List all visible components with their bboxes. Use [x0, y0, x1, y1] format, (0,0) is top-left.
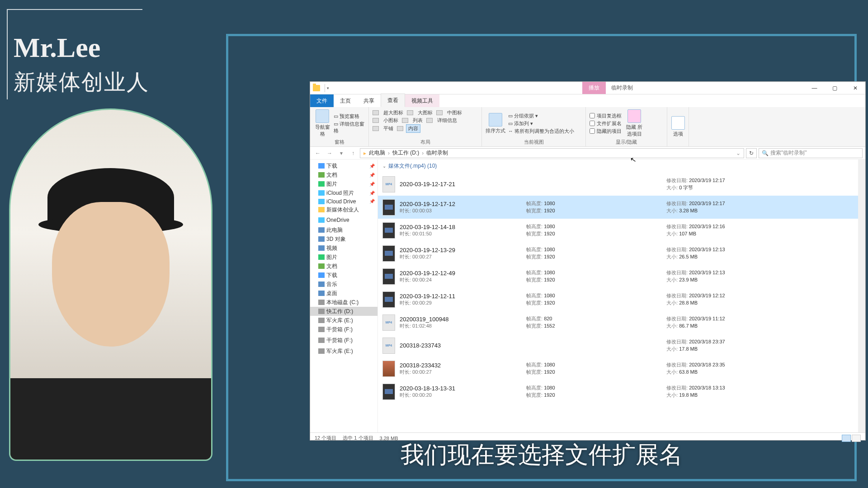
hide-selected-button[interactable]: 隐藏 所选项目	[624, 109, 644, 137]
group-header[interactable]: ⌄ 媒体文件(.mp4) (10)	[378, 160, 865, 173]
ribbon-group-layout-label: 布局	[373, 138, 478, 145]
tab-home[interactable]: 主页	[334, 94, 357, 107]
file-row[interactable]: 2020-03-18-13-13-31时长: 00:00:20 帧高度: 108…	[378, 380, 865, 403]
sidebar-item[interactable]: 干货箱 (F:)	[310, 336, 377, 345]
sidebar-item[interactable]: iCloud 照片📌	[310, 188, 377, 197]
address-bar-row: ← → ▾ ↑ ▸ 此电脑› 快工作 (D:)› 临时录制 ⌄ ↻ 🔍 搜索"临…	[310, 147, 865, 160]
presenter-photo	[9, 108, 212, 461]
file-row[interactable]: 2020-03-19-12-12-11时长: 00:00:29 帧高度: 108…	[378, 288, 865, 311]
ribbon-tabbar: 文件 主页 共享 查看 视频工具	[310, 94, 865, 107]
window-title: 临时录制	[611, 84, 633, 92]
file-row[interactable]: 200318-233432时长: 00:00:27 帧高度: 1080帧宽度: …	[378, 357, 865, 380]
status-bar: 12 个项目 选中 1 个项目 3.28 MB	[310, 432, 865, 443]
search-input[interactable]: 🔍 搜索"临时录制"	[759, 148, 863, 158]
details-pane-button[interactable]: ▭ 详细信息窗格	[334, 121, 365, 134]
addcol-button[interactable]: ▭ 添加列 ▾	[508, 120, 574, 127]
hidden-items-toggle[interactable]: 隐藏的项目	[590, 128, 622, 135]
sidebar-item[interactable]: 此电脑	[310, 225, 377, 235]
status-selected-size: 3.28 MB	[380, 436, 398, 441]
breadcrumb[interactable]: ▸ 此电脑› 快工作 (D:)› 临时录制 ⌄	[360, 148, 744, 158]
file-row[interactable]: 2020-03-19-12-17-12时长: 00:00:03 帧高度: 108…	[378, 196, 865, 219]
groupby-button[interactable]: ▭ 分组依据 ▾	[508, 113, 574, 119]
sidebar-item[interactable]: 下载	[310, 271, 377, 280]
minimize-button[interactable]: —	[804, 82, 825, 94]
thumbnails-view-button[interactable]	[852, 435, 861, 442]
chevron-down-icon: ⌄	[382, 164, 386, 169]
ribbon-group-panes-label: 窗格	[314, 138, 365, 145]
ribbon-group-current-label: 当前视图	[486, 138, 582, 145]
file-row[interactable]: 2020-03-19-12-17-21 修改日期: 2020/3/19 12:1…	[378, 173, 865, 196]
file-row[interactable]: 2020-03-19-12-14-18时长: 00:01:50 帧高度: 108…	[378, 219, 865, 242]
status-item-count: 12 个项目	[315, 435, 336, 441]
up-button[interactable]: ↑	[348, 148, 358, 158]
file-row[interactable]: 2020-03-19-12-12-49时长: 00:00:24 帧高度: 108…	[378, 265, 865, 288]
file-extensions-toggle[interactable]: 文件扩展名	[590, 120, 622, 127]
titlebar[interactable]: ▾ 播放 临时录制 — ▢ ✕	[310, 82, 865, 94]
sidebar-item[interactable]: 新媒体创业人	[310, 205, 377, 214]
options-button[interactable]: 选项	[671, 116, 685, 137]
file-explorer-window: ▾ 播放 临时录制 — ▢ ✕ 文件 主页 共享 查看 视频工具 导航窗格 ▭ …	[310, 81, 866, 441]
sidebar-item[interactable]: 本地磁盘 (C:)	[310, 298, 377, 307]
sidebar-item[interactable]: 干货箱 (F:)	[310, 325, 377, 334]
autosize-button[interactable]: ↔ 将所有列调整为合适的大小	[508, 128, 574, 135]
presenter-subtitle: 新媒体创业人	[14, 68, 149, 97]
refresh-button[interactable]: ↻	[746, 148, 757, 158]
item-checkboxes-toggle[interactable]: 项目复选框	[590, 113, 622, 119]
subtitle-caption: 我们现在要选择文件扩展名	[401, 439, 683, 471]
contextual-tab-play[interactable]: 播放	[582, 82, 606, 94]
sidebar-item[interactable]: 文档📌	[310, 170, 377, 179]
sidebar-item[interactable]: 下载📌	[310, 161, 377, 170]
sidebar-item[interactable]: iCloud Drive📌	[310, 197, 377, 205]
file-row[interactable]: 20200319_100948时长: 01:02:48 帧高度: 820帧宽度:…	[378, 311, 865, 334]
tab-view[interactable]: 查看	[381, 94, 405, 107]
layout-content-button[interactable]: 内容	[406, 124, 420, 133]
file-row[interactable]: 2020-03-19-12-13-29时长: 00:00:27 帧高度: 108…	[378, 242, 865, 265]
sidebar-item[interactable]: 图片📌	[310, 179, 377, 188]
tab-share[interactable]: 共享	[357, 94, 381, 107]
scrollbar[interactable]	[858, 160, 865, 432]
recent-locations-button[interactable]: ▾	[336, 148, 346, 158]
preview-pane-button[interactable]: ▭ 预览窗格	[334, 113, 365, 120]
ribbon-group-showhide-label: 显示/隐藏	[590, 138, 663, 145]
navigation-pane[interactable]: 下载📌文档📌图片📌iCloud 照片📌iCloud Drive📌新媒体创业人On…	[310, 160, 378, 432]
folder-icon	[313, 85, 320, 91]
content-pane[interactable]: ⌄ 媒体文件(.mp4) (10) 2020-03-19-12-17-21 修改…	[378, 160, 865, 432]
sidebar-item[interactable]: 视频	[310, 244, 377, 253]
tab-file[interactable]: 文件	[310, 94, 334, 107]
sidebar-item[interactable]: OneDrive	[310, 216, 377, 224]
forward-button[interactable]: →	[325, 148, 335, 158]
nav-pane-button[interactable]: 导航窗格	[314, 109, 331, 137]
sidebar-item[interactable]: 音乐	[310, 280, 377, 289]
maximize-button[interactable]: ▢	[825, 82, 845, 94]
status-selected-count: 选中 1 个项目	[343, 435, 373, 441]
back-button[interactable]: ←	[313, 148, 323, 158]
qat-dropdown-icon[interactable]: ▾	[327, 86, 329, 90]
sidebar-item[interactable]: 文档	[310, 262, 377, 271]
sort-button[interactable]: 排序方式	[486, 113, 505, 134]
sidebar-item[interactable]: 军火库 (E:)	[310, 316, 377, 325]
sidebar-item[interactable]: 图片	[310, 253, 377, 262]
ribbon: 导航窗格 ▭ 预览窗格 ▭ 详细信息窗格 窗格 超大图标大图标中图标 小图标列表…	[310, 107, 865, 147]
tab-video-tools[interactable]: 视频工具	[405, 94, 439, 107]
sidebar-item[interactable]: 3D 对象	[310, 235, 377, 244]
details-view-button[interactable]	[842, 435, 851, 442]
sidebar-item[interactable]: 快工作 (D:)	[310, 307, 377, 316]
presenter-name: Mr.Lee	[14, 32, 100, 64]
file-row[interactable]: 200318-233743 修改日期: 2020/3/18 23:37 大小: …	[378, 334, 865, 357]
close-button[interactable]: ✕	[845, 82, 865, 94]
sidebar-item[interactable]: 军火库 (E:)	[310, 347, 377, 356]
sidebar-item[interactable]: 桌面	[310, 289, 377, 298]
qat-separator	[325, 84, 325, 92]
